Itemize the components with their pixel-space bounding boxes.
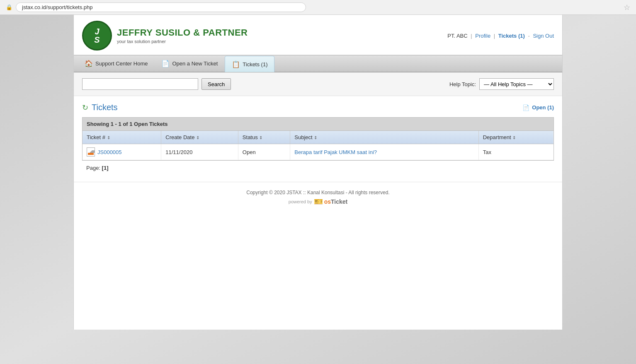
tickets-count-link[interactable]: Tickets (1) (498, 33, 525, 39)
orange-bar (88, 153, 94, 155)
header-user-info: PT. ABC | Profile | Tickets (1) - Sign O… (447, 33, 554, 39)
nav-support-center-home[interactable]: 🏠 Support Center Home (78, 55, 155, 72)
logo-name: JEFFRY SUSILO & PARTNER your tax solutio… (117, 27, 248, 44)
tickets-header: ↻ Tickets 📄 Open (1) (82, 103, 554, 112)
ticket-link[interactable]: JS000005 (97, 149, 122, 155)
pagination: Page: [1] (82, 161, 554, 175)
col-create-date[interactable]: Create Date ⇕ (161, 131, 238, 144)
logo-initials: JS (94, 27, 100, 44)
home-icon: 🏠 (85, 60, 93, 67)
profile-link[interactable]: Profile (475, 33, 490, 39)
ticket-num-cell: JS000005 (87, 147, 157, 157)
cell-status: Open (238, 144, 290, 160)
tickets-title: ↻ Tickets (82, 103, 118, 112)
nav-support-center-home-label: Support Center Home (95, 60, 148, 67)
osticket-brand: 🎫 osTicket (314, 198, 348, 205)
logo-area: JS JEFFRY SUSILO & PARTNER your tax solu… (82, 21, 248, 51)
search-bar: Search Help Topic: — All Help Topics — (74, 72, 562, 96)
open-count-link[interactable]: 📄 Open (1) (522, 104, 554, 111)
user-company: PT. ABC (447, 33, 467, 39)
col-ticket-num-label: Ticket # (87, 134, 107, 140)
pagination-label: Page: (86, 165, 100, 171)
cell-ticket-num: JS000005 (83, 144, 161, 160)
sort-arrows-status: ⇕ (259, 135, 262, 140)
tickets-table-header-row: Ticket # ⇕ Create Date ⇕ Status ⇕ S (83, 131, 553, 144)
tickets-table-body: JS000005 11/11/2020 Open Berapa tarif Pa… (83, 144, 553, 160)
cell-department: Tax (478, 144, 553, 160)
col-subject[interactable]: Subject ⇕ (290, 131, 478, 144)
sort-arrows-subject: ⇕ (314, 135, 317, 140)
cell-create-date: 11/11/2020 (161, 144, 238, 160)
table-summary-row: Showing 1 - 1 of 1 Open Tickets (83, 118, 553, 131)
tickets-section: ↻ Tickets 📄 Open (1) Showing 1 - 1 of 1 … (74, 96, 562, 182)
site-footer: Copyright © 2020 JSTAX :: Kanal Konsulta… (74, 182, 562, 213)
search-input[interactable] (82, 78, 198, 90)
subject-link[interactable]: Berapa tarif Pajak UMKM saat ini? (294, 149, 377, 155)
col-status[interactable]: Status ⇕ (238, 131, 290, 144)
nav-tickets-label: Tickets (1) (243, 61, 267, 67)
nav-tickets[interactable]: 📋 Tickets (1) (225, 56, 274, 72)
col-ticket-num[interactable]: Ticket # ⇕ (83, 131, 161, 144)
table-row: JS000005 11/11/2020 Open Berapa tarif Pa… (83, 144, 553, 160)
col-status-label: Status (243, 134, 259, 140)
search-left: Search (82, 78, 231, 90)
table-summary-text: Showing 1 - 1 of 1 Open Tickets (87, 121, 168, 127)
company-tagline: your tax solution partner (117, 39, 248, 44)
browser-url: jstax.co.id/support/tickets.php (16, 2, 306, 12)
tickets-table: Ticket # ⇕ Create Date ⇕ Status ⇕ S (83, 131, 553, 160)
col-department[interactable]: Department ⇕ (478, 131, 553, 144)
osticket-orange-logo: 🎫 (314, 198, 323, 205)
help-topic-area: Help Topic: — All Help Topics — (449, 78, 554, 90)
logo-circle: JS (82, 21, 112, 51)
help-topic-label: Help Topic: (449, 81, 476, 87)
doc-icon: 📄 (522, 104, 529, 111)
powered-by-label: powered by (289, 199, 312, 204)
sort-arrows-ticket-num: ⇕ (107, 135, 110, 140)
copyright-text: Copyright © 2020 JSTAX :: Kanal Konsulta… (81, 190, 555, 195)
sort-arrows-department: ⇕ (512, 135, 516, 140)
tickets-title-text: Tickets (92, 103, 118, 112)
col-create-date-label: Create Date (165, 134, 196, 140)
company-name: JEFFRY SUSILO & PARTNER (117, 27, 248, 38)
tickets-table-head: Ticket # ⇕ Create Date ⇕ Status ⇕ S (83, 131, 553, 144)
page-container: JS JEFFRY SUSILO & PARTNER your tax solu… (73, 15, 563, 330)
nav-open-new-ticket[interactable]: 📄 Open a New Ticket (155, 55, 225, 72)
col-department-label: Department (483, 134, 513, 140)
ticket-file-icon (87, 147, 95, 157)
search-button[interactable]: Search (201, 78, 231, 90)
cell-subject: Berapa tarif Pajak UMKM saat ini? (290, 144, 478, 160)
tickets-icon: 📋 (232, 60, 240, 68)
browser-bar: 🔒 jstax.co.id/support/tickets.php ☆ (0, 0, 636, 15)
osticket-text: osTicket (324, 198, 348, 205)
sort-arrows-create-date: ⇕ (196, 135, 199, 140)
nav-open-new-ticket-label: Open a New Ticket (172, 60, 218, 67)
lock-icon: 🔒 (6, 4, 12, 10)
footer-powered: powered by 🎫 osTicket (81, 198, 555, 205)
bookmark-icon[interactable]: ☆ (624, 3, 630, 12)
help-topic-select[interactable]: — All Help Topics — (479, 78, 554, 90)
refresh-icon[interactable]: ↻ (82, 103, 88, 112)
signout-link[interactable]: Sign Out (533, 33, 554, 39)
site-header: JS JEFFRY SUSILO & PARTNER your tax solu… (74, 15, 562, 55)
open-count-label: Open (1) (532, 104, 554, 111)
tickets-table-wrapper: Showing 1 - 1 of 1 Open Tickets Ticket #… (82, 117, 554, 161)
col-subject-label: Subject (294, 134, 314, 140)
new-ticket-icon: 📄 (161, 60, 170, 67)
nav-bar: 🏠 Support Center Home 📄 Open a New Ticke… (74, 55, 562, 72)
page-num: [1] (102, 165, 109, 171)
